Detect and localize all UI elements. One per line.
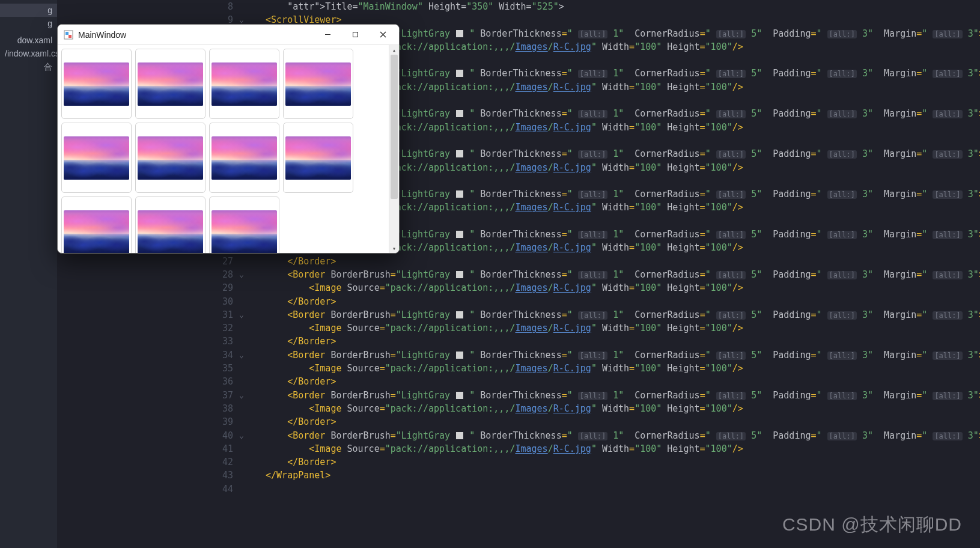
fold-marker[interactable] xyxy=(239,375,244,388)
client-area: ▴ ▾ xyxy=(58,45,399,253)
code-line[interactable]: <Image Source="pack://application:,,,/Im… xyxy=(244,442,980,455)
line-number: 31 xyxy=(222,308,233,321)
code-line[interactable]: <Border BorderBrush="LightGray " BorderT… xyxy=(244,389,980,402)
image-card xyxy=(209,49,279,119)
line-number: 30 xyxy=(222,295,233,308)
code-line[interactable]: </WrapPanel> xyxy=(244,469,980,482)
code-line[interactable]: </Border> xyxy=(244,335,980,348)
line-number: 8 xyxy=(222,0,233,13)
svg-rect-4 xyxy=(353,32,358,37)
fold-marker[interactable]: ⌄ xyxy=(239,349,244,362)
image-card xyxy=(209,196,279,253)
wrap-panel[interactable] xyxy=(58,45,389,253)
code-line[interactable]: </Border> xyxy=(244,375,980,388)
line-number: 38 xyxy=(222,402,233,415)
scroll-up-arrow[interactable]: ▴ xyxy=(389,45,399,55)
tree-item[interactable]: /indow.xaml.cs xyxy=(0,47,57,60)
image-card xyxy=(135,196,205,253)
code-line[interactable]: </Border> xyxy=(244,295,980,308)
line-number: 28 xyxy=(222,268,233,281)
vertical-scrollbar[interactable]: ▴ ▾ xyxy=(389,45,399,253)
line-number: 36 xyxy=(222,375,233,388)
tree-item[interactable]: 合 xyxy=(0,60,57,75)
image-card xyxy=(283,123,353,193)
tree-item[interactable]: g xyxy=(0,4,57,17)
code-line[interactable]: </Border> xyxy=(244,455,980,469)
project-tree[interactable]: ggdow.xaml/indow.xaml.cs合 xyxy=(0,0,57,548)
thumbnail-image xyxy=(212,136,277,180)
code-line[interactable]: </Border> xyxy=(244,255,980,268)
svg-rect-1 xyxy=(65,32,68,35)
fold-marker[interactable] xyxy=(239,483,244,496)
image-card xyxy=(283,49,353,119)
line-number: 34 xyxy=(222,349,233,362)
image-card xyxy=(135,49,205,119)
fold-marker[interactable]: ⌄ xyxy=(239,389,244,402)
fold-marker[interactable] xyxy=(239,455,244,469)
thumbnail-image xyxy=(138,136,203,180)
code-line[interactable]: <Image Source="pack://application:,,,/Im… xyxy=(244,362,980,375)
image-card xyxy=(61,49,132,119)
line-number: 32 xyxy=(222,321,233,335)
tree-item[interactable]: g xyxy=(0,17,57,30)
line-number: 43 xyxy=(222,469,233,482)
app-icon xyxy=(64,30,73,40)
svg-rect-2 xyxy=(68,35,72,38)
code-line[interactable]: <Image Source="pack://application:,,,/Im… xyxy=(244,321,980,335)
app-window[interactable]: MainWindow ▴ ▾ xyxy=(57,24,400,254)
image-card xyxy=(135,123,205,193)
thumbnail-image xyxy=(138,62,203,106)
line-number: 40 xyxy=(222,429,233,442)
code-line[interactable]: <Border BorderBrush="LightGray " BorderT… xyxy=(244,349,980,362)
image-card xyxy=(61,196,132,253)
fold-marker[interactable] xyxy=(239,295,244,308)
code-line[interactable] xyxy=(244,483,980,496)
line-number: 44 xyxy=(222,483,233,496)
thumbnail-image xyxy=(64,136,129,180)
thumbnail-image xyxy=(212,210,277,254)
thumbnail-image xyxy=(212,62,277,106)
code-line[interactable]: "attr">Title="MainWindow" Height="350" W… xyxy=(244,0,980,13)
fold-marker[interactable] xyxy=(239,402,244,415)
thumbnail-image xyxy=(285,62,351,106)
fold-marker[interactable] xyxy=(239,415,244,428)
code-line[interactable]: <Border BorderBrush="LightGray " BorderT… xyxy=(244,308,980,321)
fold-marker[interactable] xyxy=(239,469,244,482)
fold-marker[interactable] xyxy=(239,335,244,348)
fold-marker[interactable] xyxy=(239,281,244,294)
line-number: 29 xyxy=(222,281,233,294)
fold-marker[interactable] xyxy=(239,321,244,335)
image-card xyxy=(209,123,279,193)
fold-marker[interactable]: ⌄ xyxy=(239,308,244,321)
thumbnail-image xyxy=(64,62,129,106)
fold-marker[interactable] xyxy=(239,442,244,455)
line-number: 35 xyxy=(222,362,233,375)
image-card xyxy=(61,123,132,193)
code-line[interactable]: <Border BorderBrush="LightGray " BorderT… xyxy=(244,268,980,281)
line-number: 41 xyxy=(222,442,233,455)
minimize-button[interactable] xyxy=(314,25,341,44)
thumbnail-image xyxy=(64,210,129,254)
code-line[interactable]: <Image Source="pack://application:,,,/Im… xyxy=(244,402,980,415)
line-number: 27 xyxy=(222,255,233,268)
thumbnail-image xyxy=(138,210,203,254)
line-number: 37 xyxy=(222,389,233,402)
maximize-button[interactable] xyxy=(341,25,369,44)
thumbnail-image xyxy=(285,136,351,180)
tree-item[interactable]: dow.xaml xyxy=(0,34,57,47)
code-line[interactable]: <Image Source="pack://application:,,,/Im… xyxy=(244,281,980,294)
fold-marker[interactable] xyxy=(239,0,244,13)
scroll-down-arrow[interactable]: ▾ xyxy=(389,243,399,253)
fold-marker[interactable]: ⌄ xyxy=(239,268,244,281)
code-line[interactable]: <Border BorderBrush="LightGray " BorderT… xyxy=(244,429,980,442)
code-line[interactable]: </Border> xyxy=(244,415,980,428)
window-title: MainWindow xyxy=(78,30,126,40)
fold-marker[interactable] xyxy=(239,255,244,268)
line-number: 42 xyxy=(222,455,233,469)
fold-marker[interactable] xyxy=(239,362,244,375)
titlebar[interactable]: MainWindow xyxy=(58,25,399,45)
close-button[interactable] xyxy=(369,25,397,44)
fold-marker[interactable]: ⌄ xyxy=(239,429,244,442)
line-number: 33 xyxy=(222,335,233,348)
scroll-thumb[interactable] xyxy=(391,55,398,199)
